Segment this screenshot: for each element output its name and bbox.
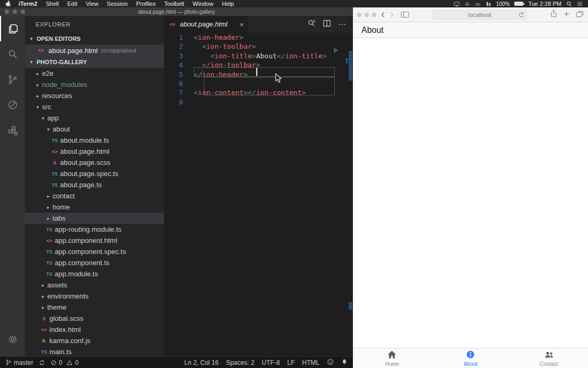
ion-tab-about[interactable]: About	[431, 348, 510, 368]
project-section[interactable]: ▾ PHOTO-GALLERY	[25, 56, 164, 68]
file-global.scss[interactable]: Sglobal.scss	[25, 313, 164, 324]
code-line[interactable]: 5</ion-header>	[164, 70, 353, 79]
close-tab-icon[interactable]: ×	[239, 21, 244, 29]
code-line[interactable]: 6	[164, 79, 353, 88]
menu-extra-icon[interactable]	[486, 1, 491, 7]
file-app.component.spec.ts[interactable]: TSapp.component.spec.ts	[25, 246, 164, 257]
tree-item-label: app.component.spec.ts	[55, 248, 126, 256]
folder-assets[interactable]: ▸assets	[25, 279, 164, 291]
spotlight-icon[interactable]	[566, 1, 572, 7]
tab-about-page-html[interactable]: <> about.page.html ×	[164, 16, 248, 33]
git-branch-indicator[interactable]: master	[5, 359, 33, 366]
sidebar-toggle-icon[interactable]	[401, 11, 409, 18]
menu-edit[interactable]: Edit	[63, 1, 82, 7]
menubar-clock[interactable]: Tue 2:28 PM	[528, 1, 561, 7]
share-icon[interactable]	[550, 10, 557, 20]
ion-tab-contact[interactable]: Contact	[509, 348, 588, 368]
apple-menu-icon[interactable]	[5, 1, 11, 7]
file-main.ts[interactable]: TSmain.ts	[25, 346, 164, 356]
close-window-button[interactable]	[357, 13, 361, 17]
close-window-button[interactable]	[5, 10, 9, 14]
vscode-title-bar[interactable]: about.page.html — photo-gallery	[0, 7, 353, 16]
code-editor[interactable]: 1<ion-header>2 <ion-toolbar>3 <ion-title…	[164, 33, 353, 356]
search-icon[interactable]	[0, 41, 25, 67]
back-button[interactable]	[381, 11, 385, 18]
explorer-icon[interactable]	[0, 16, 25, 41]
menu-session[interactable]: Session	[102, 1, 132, 7]
menu-toolbelt[interactable]: Toolbelt	[160, 1, 188, 7]
language-mode[interactable]: HTML	[302, 359, 319, 366]
menu-extra-icon[interactable]	[464, 1, 470, 7]
file-karma.conf.js[interactable]: Kkarma.conf.js	[25, 335, 164, 346]
extensions-icon[interactable]	[0, 118, 25, 143]
menu-help[interactable]: Help	[218, 1, 238, 7]
eol-setting[interactable]: LF	[287, 359, 295, 366]
menu-shell[interactable]: Shell	[41, 1, 63, 7]
notifications-bell-icon[interactable]	[341, 358, 348, 367]
menu-app-name[interactable]: iTerm2	[14, 1, 41, 7]
zoom-window-button[interactable]	[372, 13, 376, 17]
folder-contact[interactable]: ▸contact	[25, 190, 164, 201]
code-line[interactable]: 1<ion-header>	[164, 33, 353, 42]
folder-node_modules[interactable]: ▸node_modules	[25, 79, 164, 90]
minimize-window-button[interactable]	[365, 13, 369, 17]
menu-window[interactable]: Window	[188, 1, 218, 7]
forward-button[interactable]	[390, 11, 394, 18]
split-editor-icon[interactable]	[323, 19, 331, 30]
zoom-window-button[interactable]	[21, 10, 25, 14]
menu-profiles[interactable]: Profiles	[132, 1, 160, 7]
tab-overview-icon[interactable]	[576, 10, 584, 20]
reload-icon[interactable]	[518, 12, 524, 19]
sync-indicator[interactable]	[39, 360, 45, 366]
battery-percent[interactable]: 100%	[496, 1, 510, 7]
folder-app[interactable]: ▾app	[25, 112, 164, 124]
debug-icon[interactable]	[0, 92, 25, 118]
code-line[interactable]: 7<ion-content></ion-content>	[164, 88, 353, 97]
file-about.page.ts[interactable]: TSabout.page.ts	[25, 179, 164, 190]
add-tab-icon[interactable]	[563, 10, 570, 20]
folder-e2e[interactable]: ▸e2e	[25, 68, 164, 79]
file-app.module.ts[interactable]: TSapp.module.ts	[25, 268, 164, 279]
battery-icon[interactable]	[514, 2, 523, 6]
indentation-setting[interactable]: Spaces: 2	[226, 359, 254, 366]
menu-extra-icon[interactable]	[454, 1, 460, 7]
open-changes-icon[interactable]	[307, 19, 316, 30]
folder-environments[interactable]: ▸environments	[25, 291, 164, 302]
errors-indicator[interactable]: 0 0	[50, 359, 79, 366]
folder-theme[interactable]: ▸theme	[25, 302, 164, 313]
file-about.page.html[interactable]: <>about.page.html	[25, 146, 164, 157]
cursor-position[interactable]: Ln 2, Col 16	[184, 359, 219, 366]
code-line[interactable]: 3 <ion-title>About</ion-title>	[164, 51, 353, 60]
address-bar[interactable]: localhost	[433, 10, 527, 20]
encoding-setting[interactable]: UTF-8	[262, 359, 280, 366]
menu-extra-icon[interactable]	[475, 1, 481, 7]
file-about.module.ts[interactable]: TSabout.module.ts	[25, 135, 164, 146]
more-actions-icon[interactable]: ⋯	[338, 20, 347, 29]
open-editor-item[interactable]: <> about.page.html src/app/about	[25, 45, 164, 56]
file-app.component.html[interactable]: <>app.component.html	[25, 235, 164, 246]
code-line[interactable]: 8	[164, 98, 353, 107]
settings-gear-icon[interactable]	[0, 327, 25, 352]
folder-home[interactable]: ▸home	[25, 201, 164, 213]
file-index.html[interactable]: <>index.html	[25, 324, 164, 335]
source-control-icon[interactable]	[0, 67, 25, 92]
file-app.component.ts[interactable]: TSapp.component.ts	[25, 257, 164, 268]
line-number: 4	[164, 60, 187, 69]
notification-center-icon[interactable]	[577, 1, 583, 7]
folder-about[interactable]: ▾about	[25, 124, 164, 135]
minimize-window-button[interactable]	[13, 10, 17, 14]
open-editors-section[interactable]: ▾ OPEN EDITORS	[25, 33, 164, 45]
code-line[interactable]: 4 </ion-toolbar>	[164, 60, 353, 69]
ion-tab-home[interactable]: Home	[353, 348, 431, 368]
code-line[interactable]: 2 <ion-toolbar>	[164, 42, 353, 51]
folder-src[interactable]: ▾src	[25, 101, 164, 112]
file-about.page.spec.ts[interactable]: TSabout.page.spec.ts	[25, 168, 164, 179]
folder-resources[interactable]: ▸resources	[25, 90, 164, 101]
twistie-icon: ▸	[45, 194, 51, 199]
file-app-routing.module.ts[interactable]: TSapp-routing.module.ts	[25, 224, 164, 235]
feedback-smiley-icon[interactable]	[327, 358, 334, 367]
folder-tabs[interactable]: ▸tabs	[25, 213, 164, 224]
menu-view[interactable]: View	[82, 1, 103, 7]
contacts-icon	[544, 349, 554, 361]
file-about.page.scss[interactable]: Sabout.page.scss	[25, 157, 164, 168]
